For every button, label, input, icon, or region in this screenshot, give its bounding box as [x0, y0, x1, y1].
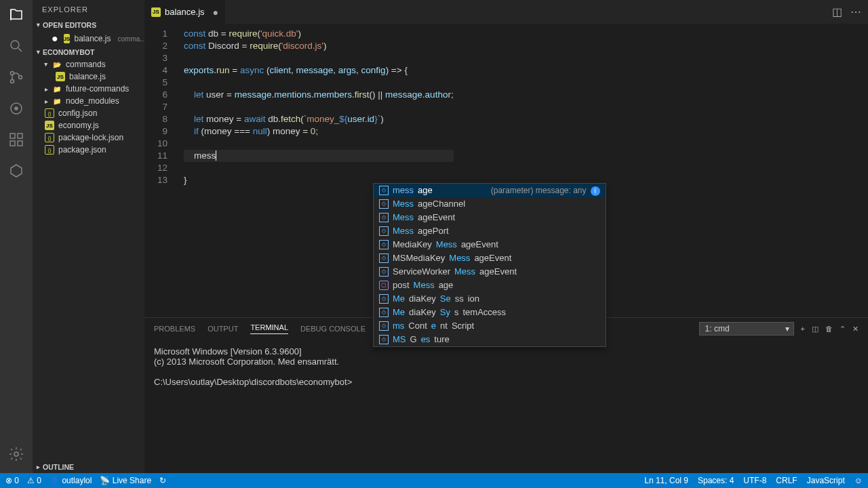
svg-point-5	[15, 107, 18, 110]
live-share[interactable]: 📡 Live Share	[100, 476, 151, 485]
panel-tab[interactable]: DEBUG CONSOLE	[300, 325, 366, 333]
terminal-selector[interactable]: 1: cmd	[699, 322, 794, 336]
encoding[interactable]: UTF-8	[743, 476, 766, 485]
search-icon[interactable]	[8, 38, 24, 57]
tree-item[interactable]: {}config.json	[37, 107, 144, 119]
autocomplete-item[interactable]: ◇MSMediaKeyMessageEvent	[374, 251, 606, 265]
cursor-position[interactable]: Ln 11, Col 9	[644, 476, 688, 485]
svg-rect-6	[10, 134, 15, 138]
js-icon: JS	[151, 7, 161, 17]
autocomplete-item[interactable]: ◇MessageEvent	[374, 211, 606, 224]
explorer-icon[interactable]	[8, 7, 24, 26]
activity-bar	[0, 0, 33, 473]
sidebar-title: EXPLORER	[33, 0, 144, 19]
autocomplete-item[interactable]: ◇MediaKeyMessageEvent	[374, 238, 606, 251]
close-icon[interactable]: ●	[213, 7, 218, 18]
minimap[interactable]	[814, 24, 868, 317]
dirty-icon: ●	[52, 33, 58, 45]
svg-rect-7	[18, 134, 22, 138]
svg-rect-8	[10, 141, 15, 146]
language[interactable]: JavaScript	[807, 476, 845, 485]
svg-point-3	[19, 76, 22, 79]
debug-icon[interactable]	[8, 100, 24, 119]
terminal-body[interactable]: Microsoft Windows [Version 6.3.9600] (c)…	[144, 340, 868, 473]
tree-item[interactable]: ▸ 📂commands	[37, 58, 144, 70]
autocomplete-item[interactable]: ◇ServiceWorkerMessageEvent	[374, 265, 606, 279]
split-terminal-icon[interactable]: ◫	[812, 325, 818, 333]
extensions-icon[interactable]	[8, 131, 24, 150]
svg-point-0	[11, 41, 19, 49]
more-icon[interactable]: ⋯	[850, 5, 861, 18]
close-panel-icon[interactable]: ✕	[852, 325, 859, 333]
split-icon[interactable]: ◫	[832, 5, 842, 18]
gutter: 12345678910111213	[144, 24, 178, 317]
tree-item[interactable]: JSeconomy.js	[37, 119, 144, 131]
autocomplete-item[interactable]: ◇msContentScript	[374, 319, 606, 333]
maximize-icon[interactable]: ⌃	[840, 325, 846, 333]
tree-item[interactable]: {}package-lock.json	[37, 131, 144, 144]
svg-rect-9	[18, 141, 22, 146]
autocomplete-item[interactable]: ◇MediaKeySession	[374, 292, 606, 306]
status-bar: ⊗ 0 ⚠ 0 👤 outlaylol 📡 Live Share ↻ Ln 11…	[0, 473, 868, 488]
tree-item[interactable]: ▸ 📁future-commands	[37, 83, 144, 95]
autocomplete-item[interactable]: ◇MSGesture	[374, 333, 606, 346]
sync[interactable]: ↻	[159, 476, 166, 485]
kill-terminal-icon[interactable]: 🗑	[825, 325, 833, 333]
autocomplete-item[interactable]: ◇MediaKeySystemAccess	[374, 306, 606, 319]
autocomplete-item[interactable]: ◇MessageChannel	[374, 197, 606, 211]
svg-point-10	[14, 452, 18, 456]
tree-item[interactable]: ▸ 📁node_modules	[37, 95, 144, 107]
panel-tab[interactable]: PROBLEMS	[154, 325, 195, 333]
outline-section[interactable]: OUTLINE	[33, 461, 144, 473]
new-terminal-icon[interactable]: +	[801, 325, 805, 333]
tab-bar: JS balance.js ● ◫ ⋯	[144, 0, 868, 24]
autocomplete-popup[interactable]: ◇message(parameter) message: anyi◇Messag…	[373, 183, 606, 347]
open-editors-section[interactable]: OPEN EDITORS	[33, 19, 144, 31]
eol[interactable]: CRLF	[776, 476, 797, 485]
js-icon: JS	[64, 34, 71, 43]
warnings[interactable]: ⚠ 0	[27, 476, 41, 485]
project-section[interactable]: ECONOMYBOT	[33, 46, 144, 58]
panel-tab[interactable]: OUTPUT	[208, 325, 238, 333]
errors[interactable]: ⊗ 0	[5, 476, 19, 485]
sidebar: EXPLORER OPEN EDITORS ● JS balance.js co…	[33, 0, 144, 473]
editor[interactable]: 12345678910111213 const db = require('qu…	[144, 24, 868, 317]
autocomplete-item[interactable]: ◇message(parameter) message: anyi	[374, 184, 606, 197]
panel-tab[interactable]: TERMINAL	[250, 323, 288, 334]
open-editor-file[interactable]: ● JS balance.js comma...	[33, 31, 144, 46]
tree-item[interactable]: JSbalance.js	[37, 70, 144, 83]
feedback-icon[interactable]: ☺	[854, 476, 863, 485]
svg-point-1	[11, 72, 14, 75]
tab-balance[interactable]: JS balance.js ●	[144, 0, 225, 24]
scm-icon[interactable]	[8, 69, 24, 88]
autocomplete-item[interactable]: ▢postMessage	[374, 279, 606, 292]
user[interactable]: 👤 outlaylol	[50, 476, 92, 485]
svg-point-2	[11, 80, 14, 83]
tree-item[interactable]: {}package.json	[37, 144, 144, 156]
autocomplete-item[interactable]: ◇MessagePort	[374, 224, 606, 238]
settings-icon[interactable]	[8, 446, 24, 465]
indent[interactable]: Spaces: 4	[698, 476, 734, 485]
liveshare-icon[interactable]	[8, 163, 24, 182]
